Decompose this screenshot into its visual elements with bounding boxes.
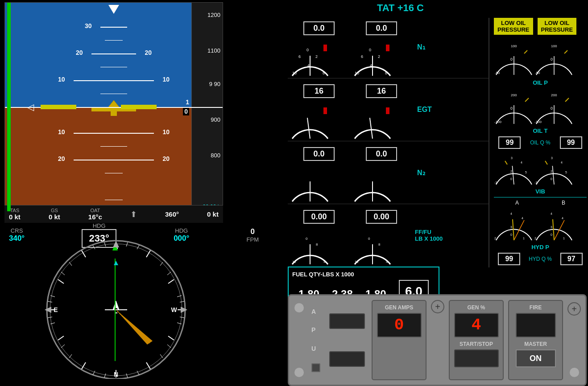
ff-label: FF/FU LB X 1000 <box>415 229 443 242</box>
svg-text:3: 3 <box>510 226 512 229</box>
svg-line-116 <box>505 161 507 164</box>
alt-1100: 1100 <box>207 47 220 54</box>
vib-left-dial: -1 3 4 5 2 0 <box>494 151 534 187</box>
master-label: MASTER <box>516 341 556 347</box>
egt-label: EGT <box>417 106 432 114</box>
svg-text:0: 0 <box>551 57 553 62</box>
oil-t-label: OIL T <box>494 127 587 134</box>
svg-text:200: 200 <box>551 93 557 97</box>
gs-value: 0 kt <box>49 213 60 221</box>
heading-display: 360° <box>165 210 179 218</box>
svg-text:10: 10 <box>292 71 297 75</box>
svg-text:4: 4 <box>551 212 552 215</box>
wind-speed-display: 0 kt <box>207 210 219 218</box>
svg-text:2: 2 <box>494 237 496 240</box>
compass-svg: S W N E <box>31 232 201 379</box>
svg-marker-53 <box>45 307 51 313</box>
tas-value: 0 kt <box>9 213 21 221</box>
n1-left-value: 0.0 <box>303 21 335 35</box>
apu-labels: A P U <box>309 300 323 380</box>
tat-label: TAT <box>377 2 395 13</box>
gen-amps-section: GEN AMPS 0 <box>372 300 427 380</box>
fire-title: FIRE <box>530 304 542 311</box>
pitch-5-down-1 <box>100 146 127 147</box>
pitch-5-up-2 <box>100 67 127 67</box>
gen-pct-title: GEN % <box>467 304 485 311</box>
engine-panel: TAT +16 C 0.0 10 0 8 2 6 4 <box>288 0 587 294</box>
gs-label: GS <box>51 208 58 213</box>
svg-rect-74 <box>323 107 327 114</box>
pitch-5-down-2 <box>105 173 123 173</box>
apu-btn-1[interactable] <box>329 313 365 329</box>
svg-marker-52 <box>116 310 153 345</box>
svg-text:0: 0 <box>551 233 552 236</box>
knob-right-bottom[interactable] <box>569 367 580 378</box>
knob-left-bottom[interactable] <box>294 367 305 378</box>
hyd-a-label: A <box>515 200 519 206</box>
svg-text:2: 2 <box>551 170 552 173</box>
start-stop-btn[interactable] <box>454 349 499 367</box>
svg-line-34 <box>104 374 106 378</box>
oat-value: 16°c <box>88 213 102 221</box>
svg-text:2: 2 <box>534 237 536 240</box>
alt-indicator-0: 0 <box>183 107 189 115</box>
warning-badges: LOW OILPRESSURE LOW OILPRESSURE <box>494 18 587 35</box>
alt-990: 9 90 <box>209 81 220 87</box>
svg-text:6: 6 <box>298 54 301 59</box>
hsi-compass: S W N E <box>31 232 201 383</box>
oil-q-row: 99 OIL Q % 99 <box>494 136 587 149</box>
svg-line-42 <box>61 272 65 275</box>
alt-900: 900 <box>211 116 220 123</box>
start-stop-label: START/STOP <box>454 341 499 347</box>
svg-text:4: 4 <box>521 161 522 164</box>
egt-row: 16 16 EGT <box>288 81 489 141</box>
svg-text:0: 0 <box>510 233 512 236</box>
master-on-btn[interactable]: ON <box>516 349 556 367</box>
gen-amps-title: GEN AMPS <box>385 304 414 311</box>
fpm-display: 0 FPM <box>247 227 259 243</box>
svg-line-103 <box>525 98 529 102</box>
oil-t-right-dial: -100 200 0 <box>534 88 574 126</box>
hyd-p-right-dial: 2 4 4 3 0 1 <box>534 207 574 242</box>
hyd-p-label: HYD P <box>494 244 587 250</box>
alt-indicator-1: 1 <box>186 99 189 106</box>
n2-left-gauge: 0.0 <box>288 144 350 201</box>
svg-text:5: 5 <box>525 171 527 174</box>
svg-text:12: 12 <box>355 260 359 264</box>
svg-text:8: 8 <box>316 242 318 246</box>
svg-text:0: 0 <box>306 48 309 52</box>
start-stop-section: START/STOP <box>454 341 499 367</box>
fire-plus-btn[interactable]: + <box>567 302 581 316</box>
left-flap-indicator <box>41 105 76 109</box>
apu-buttons <box>327 300 367 380</box>
svg-text:-50: -50 <box>535 71 540 75</box>
ff-left-gauge: 0.00 12 0 4 8 <box>288 206 350 264</box>
fpm-value: 0 <box>251 227 255 236</box>
oil-p-label: OIL P <box>494 79 587 86</box>
hyd-q-left: 99 <box>498 253 520 265</box>
tat-display: TAT +16 C <box>377 2 424 14</box>
n2-label: N₂ <box>417 168 425 177</box>
adi-sky <box>5 3 223 107</box>
svg-text:6: 6 <box>361 54 363 59</box>
oil-p-left-dial: -50 100 0 <box>494 39 534 77</box>
bank-indicator <box>108 5 119 14</box>
gen-amps-plus-btn[interactable]: + <box>431 300 444 313</box>
oil-pressure-warning-1: LOW OILPRESSURE <box>494 18 533 35</box>
oat-display: OAT 16°c <box>88 208 102 221</box>
svg-line-17 <box>58 336 64 340</box>
svg-text:-100: -100 <box>534 120 542 124</box>
svg-text:8: 8 <box>378 242 381 246</box>
heading-value: 360° <box>165 210 179 218</box>
svg-text:-100: -100 <box>494 120 502 124</box>
svg-text:100: 100 <box>511 44 517 48</box>
svg-text:W: W <box>171 306 177 313</box>
knob-left-top[interactable] <box>294 302 305 313</box>
svg-text:3: 3 <box>511 156 513 160</box>
apu-btn-2[interactable] <box>329 351 365 367</box>
n1-right-gauge: 0.0 10 0 8 2 6 4 <box>350 18 413 76</box>
n2-row: 0.0 0.0 N₂ <box>288 144 489 204</box>
apu-bottom-btn[interactable] <box>311 363 320 372</box>
adi-bottom-bar: TAS 0 kt GS 0 kt OAT 16°c ⬆ 360° 0 kt <box>4 205 223 223</box>
oil-p-row: -50 100 0 -50 100 0 <box>494 39 587 77</box>
